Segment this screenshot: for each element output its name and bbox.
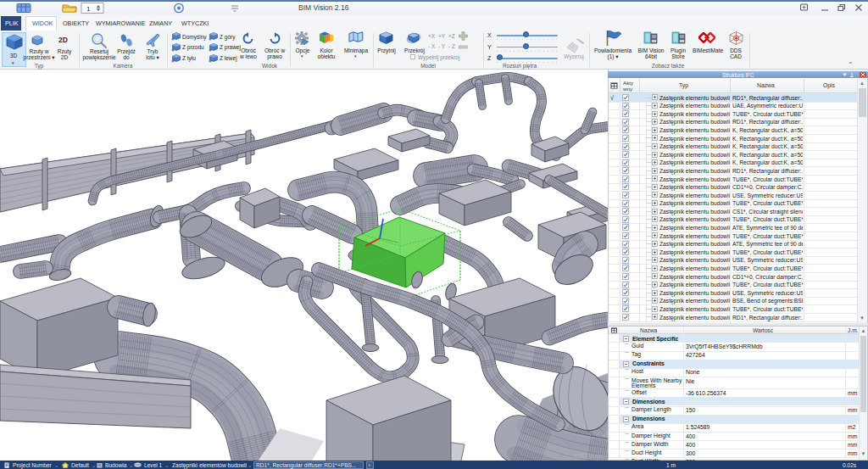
svg-text:BIM Vision: BIM Vision — [575, 452, 607, 460]
svg-text:1: 1 — [86, 5, 91, 13]
